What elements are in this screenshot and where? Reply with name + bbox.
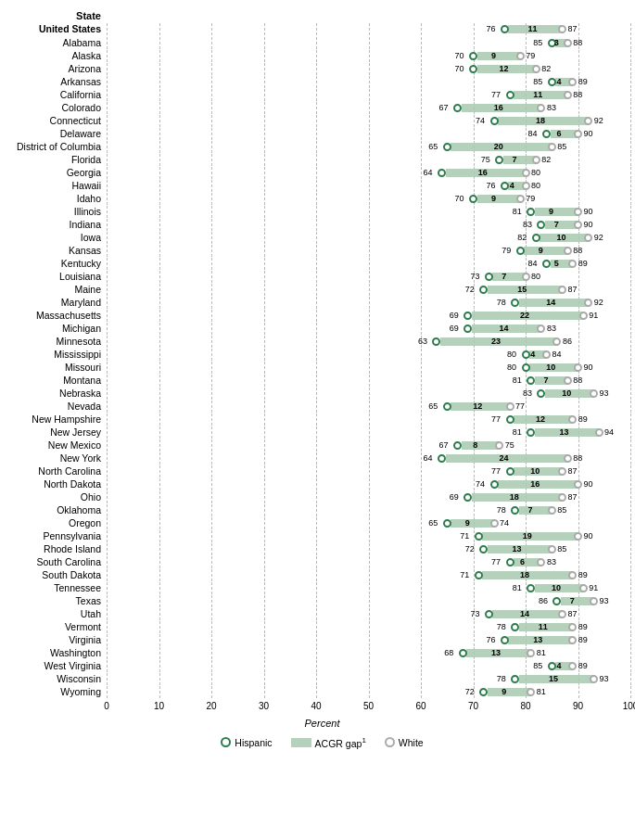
grid-line xyxy=(369,465,370,477)
hispanic-value: 76 xyxy=(486,181,495,190)
grid-line xyxy=(264,297,265,309)
hispanic-dot xyxy=(443,519,451,528)
grid-line xyxy=(211,141,212,153)
grid-line xyxy=(474,349,475,361)
xaxis-labels: 0102030405060708090100 xyxy=(107,701,635,716)
grid-line xyxy=(316,504,317,516)
state-label: Washington xyxy=(5,647,107,659)
white-dot xyxy=(558,610,566,618)
grid-line xyxy=(369,63,370,75)
grid-line xyxy=(630,517,631,529)
hispanic-dot xyxy=(443,143,451,151)
state-label: Louisiana xyxy=(5,271,107,283)
grid-line xyxy=(107,310,108,322)
xaxis-tick-30: 30 xyxy=(259,701,269,711)
grid-line xyxy=(159,63,160,75)
grid-line xyxy=(264,284,265,296)
grid-line xyxy=(630,686,631,698)
grid-line xyxy=(159,465,160,477)
grid-line xyxy=(369,297,370,309)
white-dot xyxy=(568,415,577,424)
grid-line xyxy=(369,660,370,672)
state-label: Pennsylvania xyxy=(5,530,107,542)
chart-row: Utah731487 xyxy=(5,608,635,620)
grid-line xyxy=(316,310,317,322)
state-label: Montana xyxy=(5,375,107,387)
grid-line xyxy=(421,23,422,35)
grid-line xyxy=(159,530,160,542)
grid-line xyxy=(159,310,160,322)
grid-line xyxy=(369,154,370,166)
gap-value: 13 xyxy=(559,427,568,437)
grid-line xyxy=(474,128,475,140)
bar-cell: 781593 xyxy=(107,673,635,685)
grid-line xyxy=(264,232,265,244)
state-label: Ohio xyxy=(5,491,107,503)
grid-line xyxy=(316,608,317,620)
grid-line xyxy=(630,595,631,607)
gap-value: 9 xyxy=(502,687,506,696)
grid-line xyxy=(211,375,212,387)
gap-value: 9 xyxy=(491,194,496,203)
white-dot xyxy=(568,260,577,268)
grid-line xyxy=(578,349,579,361)
grid-line xyxy=(474,621,475,633)
grid-line xyxy=(630,167,631,179)
grid-line xyxy=(316,271,317,283)
grid-line xyxy=(421,284,422,296)
grid-line xyxy=(526,128,527,140)
hispanic-value: 86 xyxy=(539,596,548,605)
grid-line xyxy=(369,401,370,413)
grid-line xyxy=(211,478,212,490)
gap-value: 9 xyxy=(539,246,543,255)
bar-cell: 741690 xyxy=(107,478,635,490)
grid-line xyxy=(526,660,527,672)
state-label: Virginia xyxy=(5,634,107,646)
grid-line xyxy=(369,595,370,607)
hispanic-value: 81 xyxy=(513,427,522,437)
grid-line xyxy=(159,375,160,387)
grid-line xyxy=(369,310,370,322)
grid-line xyxy=(264,310,265,322)
white-dot xyxy=(537,558,545,566)
grid-line xyxy=(211,362,212,374)
gap-bar xyxy=(477,195,521,203)
bar-cell: 711990 xyxy=(107,530,635,542)
gap-value: 18 xyxy=(510,492,519,502)
state-label: Connecticut xyxy=(5,115,107,127)
bar-cell: 741892 xyxy=(107,115,635,127)
state-label: Illinois xyxy=(5,206,107,218)
hispanic-value: 78 xyxy=(497,298,506,307)
white-dot xyxy=(568,662,577,670)
bar-cell: 77683 xyxy=(107,556,635,568)
hispanic-dot xyxy=(506,91,514,99)
grid-line xyxy=(107,284,108,296)
grid-line xyxy=(421,271,422,283)
grid-line xyxy=(107,621,108,633)
hispanic-dot xyxy=(506,415,514,424)
white-dot xyxy=(579,584,588,592)
gap-value: 12 xyxy=(536,414,545,424)
gap-value: 14 xyxy=(520,609,529,618)
grid-line xyxy=(369,23,370,35)
gap-value: 7 xyxy=(527,505,532,515)
state-label: Mississippi xyxy=(5,349,107,361)
hispanic-value: 73 xyxy=(470,272,479,281)
grid-line xyxy=(526,258,527,270)
hispanic-value: 79 xyxy=(502,246,511,255)
grid-line xyxy=(211,686,212,698)
chart-row: Rhode Island721385 xyxy=(5,543,635,555)
grid-line xyxy=(630,37,631,49)
gap-bar xyxy=(524,247,567,255)
state-label: North Dakota xyxy=(5,478,107,490)
gap-bar xyxy=(535,208,578,216)
grid-line xyxy=(264,478,265,490)
grid-line xyxy=(159,491,160,503)
grid-line xyxy=(474,375,475,387)
hispanic-value: 65 xyxy=(428,518,438,528)
grid-line xyxy=(264,63,265,75)
grid-line xyxy=(316,336,317,348)
bar-cell: 761389 xyxy=(107,634,635,646)
gap-value: 18 xyxy=(520,570,529,579)
hispanic-value: 77 xyxy=(491,557,501,566)
